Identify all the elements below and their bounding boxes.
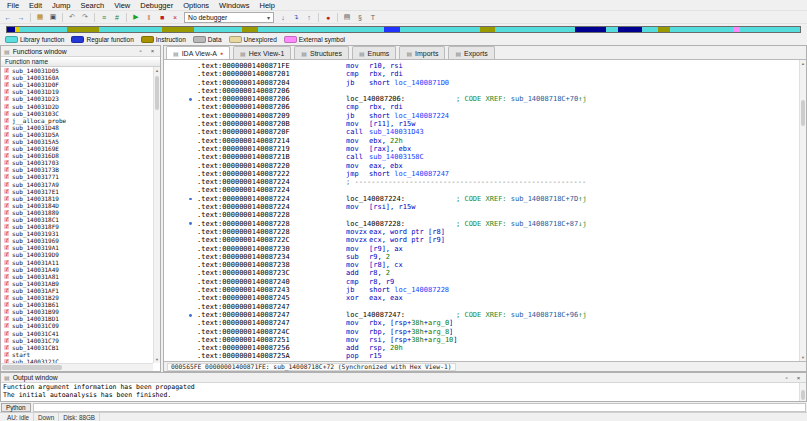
function-list-item[interactable]: fsub_140031D05 xyxy=(1,67,153,74)
function-list-item[interactable]: fsub_14003173B xyxy=(1,166,153,173)
menu-help[interactable]: Help xyxy=(255,0,280,10)
asm-line[interactable]: .text:000000014008725Apopr15 xyxy=(164,352,799,360)
jump-forward-icon[interactable]: ↷ xyxy=(79,12,91,23)
function-list-item[interactable]: fsub_1400317A9 xyxy=(1,181,153,188)
function-list-item[interactable]: fsub_1400316D8 xyxy=(1,152,153,159)
asm-line[interactable]: .text:0000000140087243jbshort loc_140087… xyxy=(164,286,799,294)
function-list-item[interactable]: fsub_140031969 xyxy=(1,237,153,244)
function-list-item[interactable]: fsub_140031889 xyxy=(1,209,153,216)
tab-exports[interactable]: ▤Exports xyxy=(448,46,494,59)
type-libraries-icon[interactable]: T xyxy=(367,12,379,23)
function-list-item[interactable]: fsub_140031819 xyxy=(1,195,153,202)
asm-line[interactable]: .text:0000000140087222jmpshort loc_14008… xyxy=(164,170,799,178)
menu-file[interactable]: File xyxy=(2,0,24,10)
function-list-item[interactable]: fsub_140031A49 xyxy=(1,266,153,273)
function-list-item[interactable]: fsub_140031703 xyxy=(1,159,153,166)
cancel-analysis-icon[interactable]: × xyxy=(169,12,181,23)
asm-line[interactable]: .text:000000014008724Cmovrbp, [rsp+38h+a… xyxy=(164,328,799,336)
asm-line[interactable]: .text:0000000140087234subr9, 2 xyxy=(164,253,799,261)
output-vertical-scrollbar[interactable] xyxy=(799,383,806,401)
breakpoints-icon[interactable]: ● xyxy=(322,12,334,23)
save-icon[interactable]: ▣ xyxy=(47,12,59,23)
asm-line[interactable]: .text:000000014008723Caddr8, 2 xyxy=(164,269,799,277)
menu-debugger[interactable]: Debugger xyxy=(135,0,178,10)
stop-process-icon[interactable]: ■ xyxy=(156,12,168,23)
asm-line[interactable]: .text:0000000140087204jbshort loc_140087… xyxy=(164,79,799,87)
asm-line[interactable]: .text:0000000140087224 xyxy=(164,186,799,194)
navigation-band[interactable] xyxy=(6,26,801,33)
scroll-down-icon[interactable]: ▼ xyxy=(800,354,806,361)
functions-horizontal-scrollbar[interactable] xyxy=(1,363,153,371)
function-list-item[interactable]: fj__alloca_probe xyxy=(1,117,153,124)
function-list-item[interactable]: fsub_140031B29 xyxy=(1,294,153,301)
asm-line[interactable]: .text:0000000140087214movebx, 22h xyxy=(164,137,799,145)
asm-line[interactable]: .text:0000000140087228loc_140087228:; CO… xyxy=(164,220,799,228)
dock-icon[interactable]: ▫ xyxy=(782,373,791,382)
menu-view[interactable]: View xyxy=(109,0,135,10)
function-list-item[interactable]: fsub_14003184D xyxy=(1,202,153,209)
python-input[interactable] xyxy=(33,403,806,412)
menu-edit[interactable]: Edit xyxy=(24,0,47,10)
function-list-item[interactable]: fsub_140031771 xyxy=(1,173,153,180)
tab-structures[interactable]: ▤Structures xyxy=(294,46,349,59)
function-list-item[interactable]: fsub_140031C41 xyxy=(1,329,153,336)
asm-line[interactable]: .text:0000000140087224loc_140087224:; CO… xyxy=(164,195,799,203)
asm-line[interactable]: .text:0000000140087201cmprbx, rdi xyxy=(164,70,799,78)
function-list-item[interactable]: fsub_1400319D9 xyxy=(1,251,153,258)
asm-line[interactable]: .text:0000000140087245xoreax, eax xyxy=(164,294,799,302)
function-list-item[interactable]: fsub_140031D0F xyxy=(1,81,153,88)
menu-options[interactable]: Options xyxy=(178,0,214,10)
function-list-item[interactable]: fsub_14003169E xyxy=(1,145,153,152)
function-list-item[interactable]: fsub_140031931 xyxy=(1,230,153,237)
asm-line[interactable]: .text:000000014008720Bmov[r11], r15w xyxy=(164,120,799,128)
scroll-up-icon[interactable]: ▲ xyxy=(800,60,806,67)
function-list-item[interactable]: fsub_140031D48 xyxy=(1,124,153,131)
start-process-icon[interactable]: ▶ xyxy=(130,12,142,23)
asm-line[interactable]: .text:000000014008721Bcallsub_14003158C xyxy=(164,153,799,161)
function-list-item[interactable]: fsub_140031A81 xyxy=(1,273,153,280)
asm-line[interactable]: .text:0000000140087247movrbx, [rsp+38h+a… xyxy=(164,319,799,327)
menu-jump[interactable]: Jump xyxy=(47,0,75,10)
disassembly-scroll-thumb[interactable] xyxy=(801,100,805,126)
asm-line[interactable]: .text:0000000140087247 xyxy=(164,303,799,311)
pause-process-icon[interactable]: ‖ xyxy=(143,12,155,23)
back-icon[interactable]: ← xyxy=(2,12,14,23)
close-icon[interactable]: × xyxy=(794,373,803,382)
menu-windows[interactable]: Windows xyxy=(214,0,254,10)
asm-line[interactable]: .text:0000000140087206loc_140087206:; CO… xyxy=(164,95,799,103)
disassembly-vertical-scrollbar[interactable]: ▲ ▼ xyxy=(799,60,806,361)
functions-hscroll-thumb[interactable] xyxy=(2,365,62,370)
tab-ida-view-a[interactable]: ▤IDA View-A● xyxy=(166,46,230,59)
menu-search[interactable]: Search xyxy=(75,0,109,10)
step-over-icon[interactable]: ↴ xyxy=(290,12,302,23)
forward-icon[interactable]: → xyxy=(15,12,27,23)
function-name-column-header[interactable]: Function name xyxy=(1,57,160,67)
asm-line[interactable]: .text:000000014008722Cmovzxecx, word ptr… xyxy=(164,236,799,244)
open-file-icon[interactable]: ▦ xyxy=(34,12,46,23)
asm-line[interactable]: .text:00000001400871FEmovr10, rsi xyxy=(164,62,799,70)
function-list-item[interactable]: fsub_140031CB1 xyxy=(1,344,153,351)
function-list-item[interactable]: fsub_1400319A1 xyxy=(1,244,153,251)
close-icon[interactable]: × xyxy=(148,47,157,56)
asm-line[interactable]: .text:0000000140087238mov[r8], cx xyxy=(164,261,799,269)
function-list-item[interactable]: fsub_1400318C1 xyxy=(1,216,153,223)
asm-line[interactable]: .text:0000000140087251movrsi, [rsp+38h+a… xyxy=(164,336,799,344)
asm-line[interactable]: .text:000000014008720Fcallsub_140031D43 xyxy=(164,128,799,136)
tab-imports[interactable]: ▤Imports xyxy=(399,46,445,59)
function-list-item[interactable]: fsub_1400318F9 xyxy=(1,223,153,230)
python-button[interactable]: Python xyxy=(1,403,31,412)
output-scroll-thumb[interactable] xyxy=(801,390,805,400)
jump-back-icon[interactable]: ↶ xyxy=(66,12,78,23)
asm-line[interactable]: .text:0000000140087230mov[r9], ax xyxy=(164,245,799,253)
tab-hex-view-1[interactable]: ▤Hex View-1 xyxy=(233,46,291,59)
asm-line[interactable]: .text:0000000140087206cmprbx, rdi xyxy=(164,103,799,111)
asm-line[interactable]: .text:0000000140087240cmpr8, r9 xyxy=(164,278,799,286)
function-list-item[interactable]: fsub_140031A11 xyxy=(1,259,153,266)
function-list-item[interactable]: fsub_140031D5A xyxy=(1,131,153,138)
asm-line[interactable]: .text:0000000140087219mov[rax], ebx xyxy=(164,145,799,153)
function-list-item[interactable]: fsub_140031D19 xyxy=(1,88,153,95)
asm-line[interactable]: .text:0000000140087256addrsp, 20h xyxy=(164,344,799,352)
asm-line[interactable]: .text:0000000140087224mov[rsi], r15w xyxy=(164,203,799,211)
asm-line[interactable]: .text:0000000140087224; ----------------… xyxy=(164,178,799,186)
search-text-icon[interactable]: ≡ xyxy=(98,12,110,23)
